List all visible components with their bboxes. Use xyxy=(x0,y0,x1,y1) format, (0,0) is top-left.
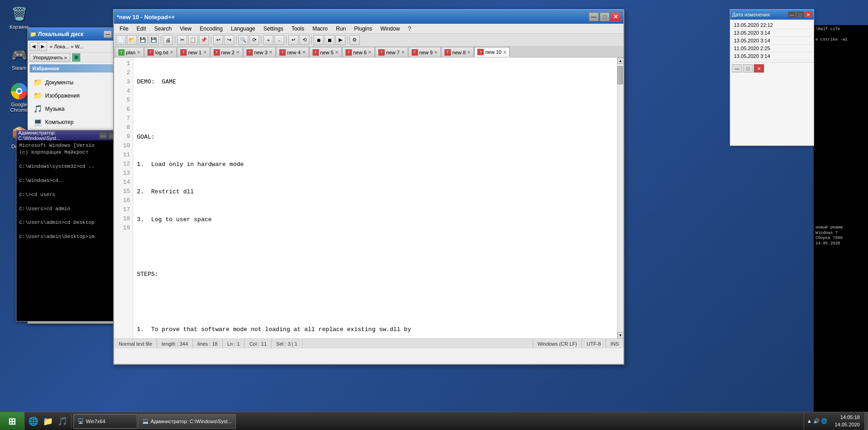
ln-15: 15 xyxy=(114,187,133,196)
toolbar-open[interactable]: 📂 xyxy=(127,35,137,45)
rt-line-11: Windows 7 xyxy=(816,231,866,236)
tab-new4-close[interactable]: ✕ xyxy=(302,50,306,55)
toolbar-zoom-out[interactable]: - xyxy=(274,35,284,45)
scroll-up[interactable]: ▲ xyxy=(617,57,624,64)
toolbar-cut[interactable]: ✂ xyxy=(177,35,187,45)
taskbar-clock[interactable]: 14:05:18 14.05.2020 xyxy=(830,414,864,428)
toolbar-save[interactable]: 💾 xyxy=(138,35,148,45)
notepad-close[interactable]: ✕ xyxy=(611,12,621,21)
menu-settings[interactable]: Settings xyxy=(260,24,287,33)
tab-plan[interactable]: T plan ✕ xyxy=(115,47,144,57)
rfp-minimize[interactable]: — xyxy=(788,11,795,18)
tab-new2-close[interactable]: ✕ xyxy=(236,50,240,55)
toolbar-copy[interactable]: 📋 xyxy=(188,35,198,45)
tab-new8-close[interactable]: ✕ xyxy=(467,50,471,55)
ln-6: 6 xyxy=(114,105,133,114)
tab-log-close[interactable]: ✕ xyxy=(170,50,173,55)
rfp-maximize[interactable]: □ xyxy=(796,11,804,18)
editor-line-1: DEMO: GAME xyxy=(137,78,613,87)
scroll-down[interactable]: ▼ xyxy=(617,332,624,338)
rfp-btn-close2[interactable]: ✕ xyxy=(754,64,764,73)
toolbar-new[interactable]: 📄 xyxy=(116,35,126,45)
minimize-button[interactable]: — xyxy=(104,31,112,38)
menu-tools[interactable]: Tools xyxy=(288,24,308,33)
notepad-maximize[interactable]: □ xyxy=(600,12,610,21)
toolbar-wrap[interactable]: ↵ xyxy=(288,35,298,45)
editor-content[interactable]: DEMO: GAME GOAL: 1. Load only in hardwar… xyxy=(133,57,617,338)
menu-plugins[interactable]: Plugins xyxy=(350,24,376,33)
tab-new7-close[interactable]: ✕ xyxy=(401,50,405,55)
toolbar-print[interactable]: 🖨 xyxy=(163,35,173,45)
tab-new9[interactable]: T new 9 ✕ xyxy=(408,47,441,57)
tab-new1-close[interactable]: ✕ xyxy=(203,50,207,55)
toolbar-replace[interactable]: ⟳ xyxy=(249,35,259,45)
tab-new7[interactable]: T new 7 ✕ xyxy=(375,47,408,57)
menu-window[interactable]: Window xyxy=(376,24,403,33)
taskbar-explorer-icon[interactable]: 📁 xyxy=(41,414,55,428)
rfp-btn-minimize2[interactable]: — xyxy=(732,64,742,73)
rfp-close[interactable]: ✕ xyxy=(805,11,812,18)
tab-new2[interactable]: T new 2 ✕ xyxy=(210,47,243,57)
notepad-win-controls: — □ ✕ xyxy=(589,12,621,21)
tab-new10[interactable]: T new 10 ✕ xyxy=(474,47,509,57)
tab-new8[interactable]: T new 8 ✕ xyxy=(441,47,474,57)
tab-new5-close[interactable]: ✕ xyxy=(335,50,339,55)
cmd-line-9 xyxy=(19,198,125,205)
menu-view[interactable]: View xyxy=(176,24,195,33)
tab-new4[interactable]: T new 4 ✕ xyxy=(276,47,309,57)
taskbar-item-cmd[interactable]: 💻 Администратор: C:\Windows\Syst... xyxy=(138,414,236,429)
menu-search[interactable]: Search xyxy=(151,24,175,33)
tab-plan-close[interactable]: ✕ xyxy=(137,50,141,55)
menu-help[interactable]: ? xyxy=(404,24,415,33)
cmd-minimize[interactable]: — xyxy=(99,132,107,139)
tab-new5[interactable]: T new 5 ✕ xyxy=(309,47,342,57)
toolbar-macro-stop[interactable]: ⏹ xyxy=(324,35,335,45)
toolbar-find[interactable]: 🔍 xyxy=(238,35,248,45)
tab-new10-close[interactable]: ✕ xyxy=(503,50,507,55)
show-desktop-button[interactable] xyxy=(864,412,868,430)
computer-icon: 💻 xyxy=(33,118,42,126)
tab-new6[interactable]: T new 6 ✕ xyxy=(342,47,375,57)
tab-new9-close[interactable]: ✕ xyxy=(434,50,438,55)
toolbar-zoom-in[interactable]: + xyxy=(263,35,273,45)
menu-language[interactable]: Language xyxy=(227,24,259,33)
taskbar-ie-icon[interactable]: 🌐 xyxy=(26,414,40,428)
toolbar-paste[interactable]: 📌 xyxy=(199,35,209,45)
toolbar-settings2[interactable]: ⚙ xyxy=(350,35,360,45)
editor-line-6: 3. Log to user space xyxy=(137,215,613,224)
menu-run[interactable]: Run xyxy=(332,24,350,33)
taskbar-media-icon[interactable]: 🎵 xyxy=(56,414,69,428)
toolbar-redo[interactable]: ↪ xyxy=(224,35,234,45)
toolbar-undo[interactable]: ↩ xyxy=(213,35,223,45)
view-button[interactable]: ⊞ xyxy=(72,53,80,62)
tab-new6-close[interactable]: ✕ xyxy=(368,50,371,55)
tab-new3-close[interactable]: ✕ xyxy=(269,50,272,55)
back-button[interactable]: ◀ xyxy=(30,42,38,51)
tab-log[interactable]: T log.txt ✕ xyxy=(144,47,177,57)
menu-file[interactable]: File xyxy=(116,24,132,33)
cmd-line-7 xyxy=(19,184,125,191)
ln-8: 8 xyxy=(114,123,133,132)
scroll-track[interactable] xyxy=(617,64,623,332)
address-bar: « Лока... » W... xyxy=(48,44,85,49)
menu-edit[interactable]: Edit xyxy=(133,24,150,33)
toolbar-macro-rec[interactable]: ⏺ xyxy=(314,35,324,45)
taskbar-item-vm[interactable]: 🖥️ Win7x64 xyxy=(73,414,137,429)
tab-new3[interactable]: T new 3 ✕ xyxy=(243,47,276,57)
vertical-scrollbar[interactable]: ▲ ▼ xyxy=(617,57,623,338)
rfp-btn-maximize2[interactable]: □ xyxy=(743,64,753,73)
forward-button[interactable]: ▶ xyxy=(39,42,47,51)
menu-macro[interactable]: Macro xyxy=(309,24,331,33)
tab-new7-label: new 7 xyxy=(386,50,399,55)
notepad-minimize[interactable]: — xyxy=(589,12,599,21)
toolbar-sync[interactable]: ⟲ xyxy=(299,35,309,45)
scroll-thumb[interactable] xyxy=(617,66,623,84)
start-button[interactable]: ⊞ xyxy=(0,412,25,430)
organize-button[interactable]: Упорядочить » xyxy=(30,53,70,62)
desktop-icon-recycle[interactable]: 🗑️ Корзина xyxy=(5,5,34,30)
toolbar-macro-play[interactable]: ▶ xyxy=(335,35,345,45)
toolbar-saveall[interactable]: 💾 xyxy=(149,35,159,45)
toolbar-sep7 xyxy=(311,36,312,44)
tab-new1[interactable]: T new 1 ✕ xyxy=(177,47,209,57)
menu-encoding[interactable]: Encoding xyxy=(196,24,226,33)
